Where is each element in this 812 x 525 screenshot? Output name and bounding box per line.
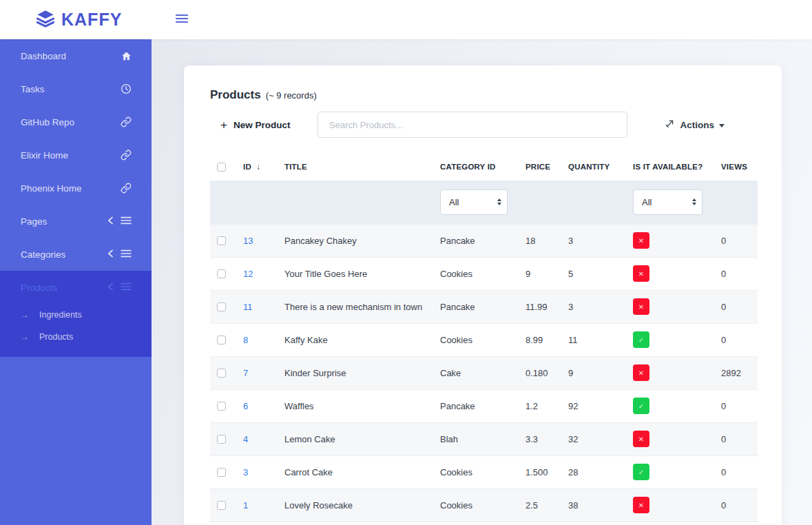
row-title: Lemon Cake bbox=[284, 422, 440, 455]
column-header-available[interactable]: IS IT AVAILABLE? bbox=[633, 163, 702, 171]
row-title: Carrot Cake bbox=[284, 455, 440, 488]
row-id-link[interactable]: 7 bbox=[243, 368, 248, 378]
column-header-price[interactable]: PRICE bbox=[525, 163, 550, 171]
category-filter-select[interactable]: All bbox=[440, 189, 508, 215]
toolbar: + New Product Actions bbox=[210, 112, 758, 138]
row-title: Lovely Rosecake bbox=[284, 488, 440, 522]
availability-badge: ✓ bbox=[633, 398, 649, 414]
availability-badge: ✕ bbox=[633, 298, 649, 315]
row-id-link[interactable]: 3 bbox=[243, 467, 248, 477]
link-icon bbox=[121, 150, 132, 161]
sidebar-item-github-repo[interactable]: GitHub Repo bbox=[0, 105, 152, 138]
availability-badge: ✕ bbox=[633, 497, 649, 513]
row-price: 0.180 bbox=[525, 356, 568, 389]
row-id-link[interactable]: 12 bbox=[243, 269, 253, 279]
sidebar-item-dashboard[interactable]: Dashboard bbox=[0, 39, 152, 72]
row-views: 2892 bbox=[721, 356, 758, 389]
row-title: Your Title Goes Here bbox=[284, 257, 440, 290]
sort-desc-icon: ↓ bbox=[256, 162, 260, 172]
sidebar-item-pages[interactable]: Pages bbox=[0, 205, 152, 238]
row-views: 0 bbox=[721, 422, 758, 455]
actions-dropdown-button[interactable]: Actions bbox=[665, 119, 725, 131]
row-checkbox[interactable] bbox=[217, 336, 226, 344]
row-id-link[interactable]: 11 bbox=[243, 302, 253, 312]
table-header-row: ID↓ TITLE CATEGORY ID PRICE QUANTITY IS … bbox=[210, 153, 758, 181]
chevron-left-icon bbox=[107, 281, 114, 294]
row-price: 18 bbox=[525, 224, 568, 257]
brand-title: KAFFY bbox=[61, 10, 122, 30]
link-icon bbox=[121, 116, 132, 127]
row-id-link[interactable]: 6 bbox=[243, 401, 248, 411]
row-checkbox[interactable] bbox=[217, 435, 226, 444]
row-id-link[interactable]: 4 bbox=[243, 434, 248, 444]
row-checkbox[interactable] bbox=[217, 468, 226, 477]
row-title: Pancakey Chakey bbox=[284, 224, 440, 257]
menu-icon bbox=[121, 215, 132, 227]
row-title: Kaffy Kake bbox=[284, 323, 440, 356]
availability-badge: ✓ bbox=[633, 464, 649, 480]
sidebar-item-tasks[interactable]: Tasks bbox=[0, 72, 152, 105]
menu-icon bbox=[121, 248, 132, 260]
sidebar-subitem-products[interactable]: → Products bbox=[0, 326, 152, 348]
arrow-up-right-icon bbox=[665, 119, 675, 131]
sidebar-subitem-ingredients[interactable]: → Ingredients bbox=[0, 304, 152, 326]
table-filter-row: All All bbox=[210, 181, 758, 224]
sidebar-item-phoenix-home[interactable]: Phoenix Home bbox=[0, 172, 152, 205]
brand[interactable]: KAFFY bbox=[0, 9, 122, 31]
row-id-link[interactable]: 13 bbox=[243, 236, 253, 246]
row-views: 0 bbox=[721, 290, 758, 323]
hamburger-icon bbox=[176, 15, 188, 25]
sidebar-item-categories[interactable]: Categories bbox=[0, 238, 152, 271]
column-header-quantity[interactable]: QUANTITY bbox=[568, 163, 610, 171]
layers-icon bbox=[36, 9, 55, 31]
availability-badge: ✕ bbox=[633, 232, 649, 249]
row-price: 3.3 bbox=[525, 422, 568, 455]
column-header-title[interactable]: TITLE bbox=[284, 163, 307, 171]
row-checkbox[interactable] bbox=[217, 501, 226, 510]
row-checkbox[interactable] bbox=[217, 236, 226, 245]
sidebar-item-elixir-home[interactable]: Elixir Home bbox=[0, 138, 152, 172]
row-quantity: 3 bbox=[568, 290, 633, 323]
row-title: Waffles bbox=[284, 389, 440, 422]
table-row: 13 Pancakey Chakey Pancake 18 3 ✕ 0 bbox=[210, 224, 758, 257]
row-checkbox[interactable] bbox=[217, 302, 226, 311]
row-price: 11.99 bbox=[525, 290, 568, 323]
arrow-right-icon: → bbox=[21, 310, 39, 320]
availability-filter-select[interactable]: All bbox=[633, 189, 702, 215]
row-category: Cookies bbox=[440, 257, 525, 290]
row-views: 0 bbox=[721, 389, 758, 422]
sidebar-toggle-button[interactable] bbox=[173, 11, 191, 28]
column-header-views[interactable]: VIEWS bbox=[721, 163, 747, 171]
row-id-link[interactable]: 1 bbox=[243, 500, 248, 511]
availability-badge: ✕ bbox=[633, 265, 649, 282]
sidebar-group-products: Products → Ingredients → Products bbox=[0, 271, 152, 357]
products-card: Products (~ 9 records) + New Product bbox=[184, 65, 782, 525]
link-icon bbox=[121, 183, 132, 194]
row-checkbox[interactable] bbox=[217, 402, 226, 411]
table-row: 11 There is a new mechanism in town Panc… bbox=[210, 290, 758, 323]
chevron-left-icon bbox=[107, 215, 114, 227]
row-price: 1.2 bbox=[525, 389, 568, 422]
column-header-category-id[interactable]: CATEGORY ID bbox=[440, 163, 496, 171]
row-checkbox[interactable] bbox=[217, 369, 226, 378]
row-id-link[interactable]: 8 bbox=[243, 335, 248, 345]
row-title: There is a new mechanism in town bbox=[284, 290, 440, 323]
column-header-id[interactable]: ID bbox=[243, 163, 251, 171]
sidebar-item-products[interactable]: Products bbox=[0, 271, 152, 304]
row-views: 0 bbox=[721, 455, 758, 488]
row-checkbox[interactable] bbox=[217, 269, 226, 278]
home-icon bbox=[121, 51, 132, 61]
row-views: 0 bbox=[721, 224, 758, 257]
select-all-checkbox[interactable] bbox=[217, 163, 226, 172]
search-input[interactable] bbox=[317, 112, 627, 138]
row-quantity: 28 bbox=[568, 455, 633, 488]
table-row: 7 Kinder Surprise Cake 0.180 9 ✕ 2892 bbox=[210, 356, 758, 389]
availability-badge: ✕ bbox=[633, 364, 649, 381]
row-category: Pancake bbox=[440, 389, 525, 422]
new-product-button[interactable]: + New Product bbox=[220, 119, 290, 131]
sidebar: Dashboard Tasks GitHub Repo Elixir Home … bbox=[0, 39, 152, 525]
table-row: 1 Lovely Rosecake Cookies 2.5 38 ✕ 0 bbox=[210, 488, 758, 522]
row-quantity: 11 bbox=[568, 323, 633, 356]
row-category: Pancake bbox=[440, 224, 525, 257]
arrow-right-icon: → bbox=[21, 332, 39, 342]
